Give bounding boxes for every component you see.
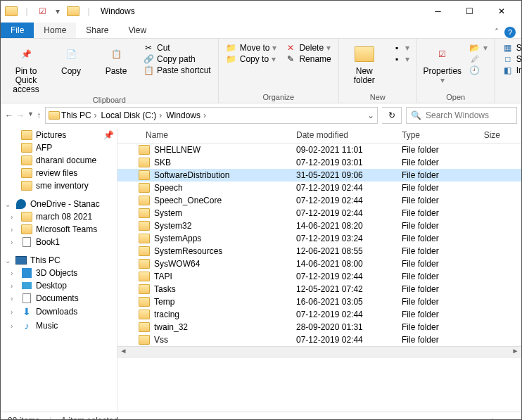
group-label: Select <box>499 91 522 103</box>
col-type[interactable]: Type <box>396 127 471 143</box>
move-to-button[interactable]: 📁Move to▾ <box>223 43 280 53</box>
tree-this-pc[interactable]: ⌄This PC <box>1 254 117 267</box>
recent-dropdown[interactable]: ▼ <box>27 110 34 120</box>
tree-item[interactable]: review files <box>1 167 117 179</box>
crumb-segment[interactable]: Windows <box>166 110 209 120</box>
table-row[interactable]: SHELLNEW09-02-2021 11:01File folder <box>117 144 521 156</box>
tree-item[interactable]: ›⬇Downloads <box>1 305 117 319</box>
title-bar: | ☑ ▾ | Windows ─ ☐ ✕ <box>1 1 521 22</box>
tree-item[interactable]: ›Microsoft Teams <box>1 223 117 236</box>
tree-item[interactable]: Pictures📌 <box>1 129 117 141</box>
table-row[interactable]: TAPI07-12-2019 02:44File folder <box>117 270 521 283</box>
help-icon[interactable]: ? <box>504 27 516 38</box>
watermark: wsxdn.com <box>476 416 514 421</box>
folder-icon <box>139 170 150 180</box>
tab-view[interactable]: View <box>118 23 156 38</box>
easy-access-button[interactable]: ▪▾ <box>388 54 412 64</box>
table-row[interactable]: twain_3228-09-2020 01:31File folder <box>117 321 521 333</box>
folder-icon <box>139 335 150 345</box>
copy-button[interactable]: 📄 Copy <box>50 40 92 76</box>
table-row[interactable]: SKB07-12-2019 03:01File folder <box>117 156 521 169</box>
paste-button[interactable]: 📋 Paste <box>95 40 137 76</box>
tree-item[interactable]: ›Documents <box>1 292 117 305</box>
status-bar: 99 items | 1 item selected wsxdn.com <box>1 412 521 420</box>
table-row[interactable]: SysWOW6414-06-2021 08:00File folder <box>117 257 521 270</box>
history-button[interactable]: 🕘 <box>466 65 490 75</box>
close-button[interactable]: ✕ <box>485 1 517 21</box>
table-row[interactable]: Temp16-06-2021 03:05File folder <box>117 295 521 308</box>
new-folder-button[interactable]: New folder <box>343 40 386 85</box>
cut-button[interactable]: ✂Cut <box>140 43 214 53</box>
paste-shortcut-button[interactable]: 📋Paste shortcut <box>140 65 214 75</box>
forward-button[interactable]: → <box>16 110 25 120</box>
folder-icon <box>67 6 79 16</box>
new-item-button[interactable]: ▪▾ <box>388 43 412 53</box>
table-row[interactable]: Speech_OneCore07-12-2019 02:44File folde… <box>117 194 521 207</box>
delete-icon: ✕ <box>285 43 296 53</box>
tab-share[interactable]: Share <box>76 23 118 38</box>
copy-path-button[interactable]: 🔗Copy path <box>140 54 214 64</box>
rename-button[interactable]: ✎Rename <box>282 54 333 64</box>
table-row[interactable]: SystemResources12-06-2021 08:55File fold… <box>117 245 521 257</box>
select-all-button[interactable]: ▦Select all <box>499 43 522 53</box>
qat-dropdown-icon[interactable]: ▾ <box>51 6 64 16</box>
table-row[interactable]: tracing07-12-2019 02:44File folder <box>117 308 521 321</box>
ribbon-collapse-icon[interactable]: ˄ <box>495 27 499 37</box>
back-button[interactable]: ← <box>5 110 13 120</box>
col-date[interactable]: Date modified <box>291 127 396 143</box>
copy-to-button[interactable]: 📁Copy to▾ <box>223 54 280 64</box>
invert-selection-button[interactable]: ◧Invert selection <box>499 65 522 75</box>
maximize-button[interactable]: ☐ <box>454 1 485 21</box>
folder-icon <box>139 145 150 155</box>
tree-item[interactable]: sme inventory <box>1 179 117 192</box>
table-row[interactable]: Speech07-12-2019 02:44File folder <box>117 182 521 194</box>
table-row[interactable]: Tasks12-05-2021 07:42File folder <box>117 283 521 295</box>
folder-icon <box>139 310 150 319</box>
tab-home[interactable]: Home <box>34 23 76 38</box>
up-button[interactable]: ↑ <box>37 110 41 120</box>
invert-icon: ◧ <box>502 65 514 75</box>
refresh-button[interactable]: ↻ <box>382 107 402 124</box>
delete-button[interactable]: ✕Delete▾ <box>282 43 333 53</box>
column-headers[interactable]: Name Date modified Type Size <box>117 127 521 144</box>
file-list[interactable]: Name Date modified Type Size SHELLNEW09-… <box>117 127 521 412</box>
history-icon: 🕘 <box>469 65 480 75</box>
properties-icon: ☑ <box>431 43 454 65</box>
crumb-segment[interactable]: This PC <box>61 110 100 120</box>
navigation-tree[interactable]: Pictures📌AFPdharani documereview filessm… <box>1 127 117 412</box>
tree-item[interactable]: ›♪Music <box>1 319 117 333</box>
checkbox-icon[interactable]: ☑ <box>36 6 49 16</box>
open-button[interactable]: 📂▾ <box>466 43 490 53</box>
table-row[interactable]: SoftwareDistribution31-05-2021 09:06File… <box>117 169 521 182</box>
tree-item[interactable]: dharani docume <box>1 154 117 167</box>
tree-item[interactable]: AFP <box>1 141 117 154</box>
tab-file[interactable]: File <box>1 23 34 38</box>
table-row[interactable]: System07-12-2019 02:44File folder <box>117 207 521 219</box>
tree-onedrive[interactable]: ⌄OneDrive - Stanac <box>1 198 117 210</box>
ribbon-tabs: File Home Share View ˄ ? <box>1 22 521 39</box>
table-row[interactable]: SystemApps07-12-2019 03:24File folder <box>117 232 521 245</box>
properties-button[interactable]: ☑ Properties▾ <box>421 40 464 85</box>
rename-icon: ✎ <box>285 54 296 64</box>
table-row[interactable]: System3214-06-2021 08:20File folder <box>117 219 521 232</box>
col-name[interactable]: Name <box>117 127 291 143</box>
crumb-segment[interactable]: Local Disk (C:) <box>101 110 165 120</box>
tree-item[interactable]: ›Desktop <box>1 279 117 292</box>
new-folder-icon <box>353 43 376 65</box>
select-none-button[interactable]: □Select none <box>499 54 522 64</box>
tree-item[interactable]: ›march 08 2021 <box>1 210 117 223</box>
group-label: Clipboard <box>5 94 214 106</box>
navigation-bar: ← → ▼ ↑ This PC Local Disk (C:) Windows … <box>1 103 521 127</box>
minimize-button[interactable]: ─ <box>422 1 454 21</box>
breadcrumb[interactable]: This PC Local Disk (C:) Windows ⌄ <box>45 107 378 124</box>
table-row[interactable]: Vss07-12-2019 02:44File folder <box>117 333 521 346</box>
horizontal-scrollbar[interactable]: ◄► <box>117 346 521 358</box>
edit-button[interactable]: 🖉 <box>466 54 490 64</box>
col-size[interactable]: Size <box>471 127 506 143</box>
select-none-icon: □ <box>502 54 514 64</box>
search-input[interactable]: 🔍 Search Windows <box>406 107 517 124</box>
tree-item[interactable]: ›Book1 <box>1 236 117 248</box>
pin-to-quick-access-button[interactable]: 📌 Pin to Quick access <box>5 40 47 94</box>
tree-item[interactable]: ›3D Objects <box>1 267 117 279</box>
crumb-dropdown-icon[interactable]: ⌄ <box>367 110 374 120</box>
